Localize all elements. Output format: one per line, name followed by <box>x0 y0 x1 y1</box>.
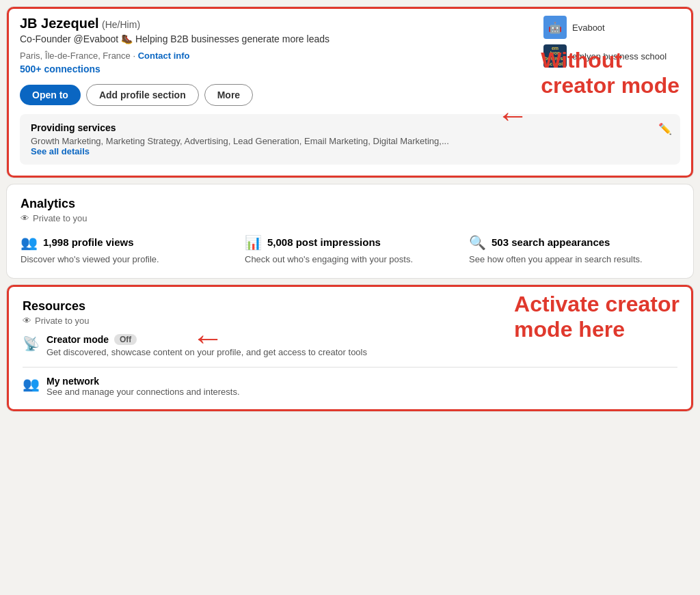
evaboot-logo: 🤖 <box>543 16 567 39</box>
profile-companies: 🤖 Evaboot emlyonbusinessschool emlyon bu… <box>543 16 680 68</box>
profile-card: JB Jezequel (He/Him) Co-Founder @Evaboot… <box>7 7 693 178</box>
connections-link[interactable]: 500+ connections <box>20 64 329 74</box>
network-title: My network <box>46 376 240 387</box>
profile-actions: Open to Add profile section More <box>20 84 329 106</box>
analytics-grid: 👥 1,998 profile views Discover who's vie… <box>21 234 679 266</box>
analytics-profile-views[interactable]: 👥 1,998 profile views Discover who's vie… <box>21 234 231 266</box>
profile-headline: Co-Founder @Evaboot 🥾 Helping B2B busine… <box>20 33 329 46</box>
contact-info-link[interactable]: Contact info <box>138 51 190 61</box>
resources-title: Resources <box>23 299 677 314</box>
services-section: ✏️ Providing services Growth Marketing, … <box>20 114 680 165</box>
analytics-card: Analytics 👁 Private to you 👥 1,998 profi… <box>7 184 693 278</box>
network-content: My network See and manage your connectio… <box>46 376 240 397</box>
analytics-search-appearances[interactable]: 🔍 503 search appearances See how often y… <box>469 234 679 266</box>
company-evaboot[interactable]: 🤖 Evaboot <box>543 16 605 39</box>
analytics-title: Analytics <box>21 197 679 211</box>
profile-views-icon: 👥 <box>21 234 38 251</box>
creator-mode-content: Creator mode Off Get discovered, showcas… <box>46 334 367 357</box>
resources-private-label: 👁 Private to you <box>23 316 677 326</box>
analytics-private-label: 👁 Private to you <box>21 213 679 223</box>
search-appearances-desc: See how often you appear in search resul… <box>469 253 679 266</box>
post-impressions-desc: Check out who's engaging with your posts… <box>245 253 455 266</box>
more-button[interactable]: More <box>204 84 253 106</box>
post-impressions-value: 5,008 post impressions <box>267 236 381 248</box>
creator-mode-desc: Get discovered, showcase content on your… <box>46 347 367 357</box>
creator-mode-icon: 📡 <box>23 335 40 352</box>
open-to-button[interactable]: Open to <box>20 85 81 105</box>
my-network-row[interactable]: 👥 My network See and manage your connect… <box>23 367 677 397</box>
company-emlyon[interactable]: emlyonbusinessschool emlyon business sch… <box>543 44 667 68</box>
profile-views-desc: Discover who's viewed your profile. <box>21 253 231 266</box>
search-appearances-icon: 🔍 <box>469 234 486 251</box>
network-icon: 👥 <box>23 376 40 392</box>
resources-card: Resources 👁 Private to you 📡 Creator mod… <box>7 285 693 411</box>
add-profile-section-button[interactable]: Add profile section <box>86 84 199 106</box>
search-appearances-value: 503 search appearances <box>492 236 610 248</box>
services-title: Providing services <box>31 122 669 133</box>
creator-mode-row[interactable]: 📡 Creator mode Off Get discovered, showc… <box>23 334 677 357</box>
profile-info: JB Jezequel (He/Him) Co-Founder @Evaboot… <box>20 16 329 106</box>
creator-mode-badge: Off <box>114 334 137 345</box>
post-impressions-icon: 📊 <box>245 234 262 251</box>
edit-icon[interactable]: ✏️ <box>658 122 672 135</box>
see-all-details-link[interactable]: See all details <box>31 146 669 156</box>
eye-icon-resources: 👁 <box>23 316 31 326</box>
emlyon-name: emlyon business school <box>572 51 667 61</box>
network-desc: See and manage your connections and inte… <box>46 387 240 397</box>
evaboot-name: Evaboot <box>572 23 605 33</box>
eye-icon: 👁 <box>21 213 29 223</box>
profile-name: JB Jezequel (He/Him) <box>20 16 329 31</box>
profile-views-value: 1,998 profile views <box>43 236 134 248</box>
emlyon-logo: emlyonbusinessschool <box>543 44 567 68</box>
services-text: Growth Marketing, Marketing Strategy, Ad… <box>31 136 669 146</box>
profile-location: Paris, Île-de-France, France · Contact i… <box>20 51 329 61</box>
creator-mode-title: Creator mode Off <box>46 334 367 345</box>
analytics-post-impressions[interactable]: 📊 5,008 post impressions Check out who's… <box>245 234 455 266</box>
